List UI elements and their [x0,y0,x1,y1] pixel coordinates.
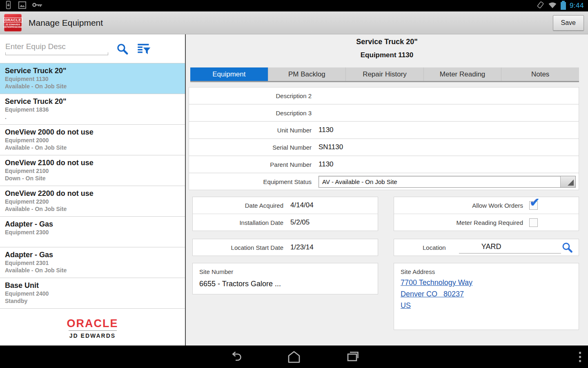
field-date-acquired[interactable]: Date Acquired 4/14/04 [193,197,378,214]
location-search-icon[interactable] [561,241,573,254]
field-value[interactable]: SN1130 [318,143,343,151]
equipment-number: Equipment 1130 [5,75,180,83]
equipment-number: Equipment 2300 [5,229,180,236]
field-unit-number[interactable]: Unit Number 1130 [189,122,579,139]
equipment-form: Description 2 Description 3 Unit Number … [189,87,579,190]
logo-divider [69,330,117,331]
tab-pm-backlog[interactable]: PM Backlog [268,67,346,81]
search-row: Enter Equip Desc [0,34,185,63]
field-description-3[interactable]: Description 3 [189,105,579,122]
home-button[interactable] [286,350,302,364]
tab-repair-history[interactable]: Repair History [346,67,424,81]
equipment-detail-panel: Service Truck 20" Equipment 1130 Equipme… [186,34,588,346]
app-bar: ORACLE JD EDWARDS ENTERPRISEONE Manage E… [0,11,588,34]
allow-work-orders-checkbox[interactable] [529,201,538,210]
tab-notes[interactable]: Notes [501,67,579,81]
equipment-list: Service Truck 20" Equipment 1130 Availab… [0,63,185,311]
equipment-status: Down - On Site [5,175,180,182]
battery-icon [561,2,566,10]
equipment-status: Available - On Job Site [5,144,180,151]
equipment-number: Equipment 1836 [5,106,180,113]
oracle-wordmark: ORACLE [67,318,118,329]
search-input[interactable]: Enter Equip Desc [5,42,108,55]
search-placeholder: Enter Equip Desc [5,42,66,51]
detail-tab-bar: Equipment PM Backlog Repair History Mete… [190,67,579,82]
rotation-icon [536,1,544,11]
field-location-start-date[interactable]: Location Start Date 1/23/14 [193,239,378,256]
site-address-label: Site Address [401,268,572,275]
field-label: Description 2 [189,92,318,99]
list-item-equipment-2200[interactable]: OneView 2200 do not use Equipment 2200 A… [0,186,185,217]
dropdown-cap [560,176,575,187]
equipment-number: Equipment 2000 [5,137,180,144]
site-number-value: 6655 - Tractors Galore ... [199,280,371,288]
usb-debug-icon [4,0,13,11]
checkbox-label: Allow Work Orders [472,202,529,209]
address-link-street[interactable]: 7700 Technology Way [401,279,472,286]
field-value[interactable]: 4/14/04 [290,201,314,209]
field-label: Location [394,244,446,251]
site-address-card: Site Address 7700 Technology Way Denver … [394,263,579,330]
field-label: Parent Number [189,161,318,168]
list-item-equipment-1130[interactable]: Service Truck 20" Equipment 1130 Availab… [0,63,185,94]
field-value[interactable]: 1130 [318,126,334,134]
overflow-menu-icon[interactable] [579,352,581,362]
logo-oracle-text: ORACLE [3,18,22,22]
work-order-options-card: Allow Work Orders Meter Reading Required [394,197,579,231]
address-link-country[interactable]: US [401,302,411,309]
list-item-equipment-2301[interactable]: Adapter - Gas Equipment 2301 Available -… [0,247,185,278]
field-parent-number[interactable]: Parent Number 1130 [189,156,579,173]
location-card: Location YARD [394,239,579,256]
field-value[interactable]: 5/2/05 [290,218,310,227]
field-value[interactable]: 1130 [318,160,334,168]
list-item-equipment-2400[interactable]: Base Unit Equipment 2400 Standby [0,278,185,309]
equipment-status: . [5,113,180,121]
tab-meter-reading[interactable]: Meter Reading [424,67,502,81]
meter-reading-required-checkbox[interactable] [529,218,538,227]
equipment-list-sidebar: Enter Equip Desc Service Truck 20" Equip… [0,34,186,346]
field-allow-work-orders: Allow Work Orders [394,197,579,214]
search-icon[interactable] [116,43,129,55]
field-equipment-status: Equipment Status AV - Available - On Job… [189,173,579,190]
equipment-title: Adapter - Gas [5,220,180,229]
location-input[interactable]: YARD [459,241,561,254]
field-installation-date[interactable]: Installation Date 5/2/05 [193,214,378,231]
list-item-equipment-2300[interactable]: Adapter - Gas Equipment 2300 [0,217,185,247]
list-item-equipment-2100[interactable]: OneView 2100 do not use Equipment 2100 D… [0,155,185,186]
equipment-status: Standby [5,297,180,305]
field-label: Location Start Date [193,244,290,251]
equipment-number: Equipment 2100 [5,167,180,175]
list-item-equipment-2000[interactable]: OneView 2000 do not use Equipment 2000 A… [0,125,185,155]
oracle-jde-app-icon: ORACLE JD EDWARDS ENTERPRISEONE [4,14,22,31]
equipment-title: OneView 2000 do not use [5,128,180,137]
site-number-card: Site Number 6655 - Tractors Galore ... [192,263,378,294]
equipment-status-dropdown[interactable]: AV - Available - On Job Site [318,176,576,188]
equipment-title: OneView 2100 do not use [5,159,180,167]
status-clock: 9:44 [570,2,584,10]
status-system-icons: 9:44 [536,1,584,11]
list-item-equipment-1836[interactable]: Service Truck 20" Equipment 1836 . [0,94,185,125]
recents-button[interactable] [345,350,361,364]
vpn-key-icon [32,2,43,9]
equipment-title: Adapter - Gas [5,251,180,259]
equipment-title: Base Unit [5,281,180,290]
field-label: Description 3 [189,110,318,117]
equipment-status: Available - On Job Site [5,83,180,90]
field-value[interactable]: 1/23/14 [290,243,314,251]
jd-edwards-wordmark: JD EDWARDS [69,332,116,339]
equipment-number: Equipment 2301 [5,259,180,267]
dropdown-selected-value: AV - Available - On Job Site [322,178,397,185]
filter-list-icon[interactable] [136,43,151,55]
equipment-status: Available - On Job Site [5,205,180,213]
field-serial-number[interactable]: Serial Number SN1130 [189,139,579,156]
save-button[interactable]: Save [553,15,584,31]
tab-equipment[interactable]: Equipment [190,67,268,81]
field-description-2[interactable]: Description 2 [189,88,579,105]
back-button[interactable] [227,350,243,364]
equipment-number: Equipment 2200 [5,198,180,205]
address-link-city[interactable]: Denver CO 80237 [401,290,464,298]
field-label: Serial Number [189,144,318,151]
status-notification-icons [4,0,43,11]
field-meter-reading-required: Meter Reading Required [394,214,579,231]
field-label: Unit Number [189,127,318,134]
